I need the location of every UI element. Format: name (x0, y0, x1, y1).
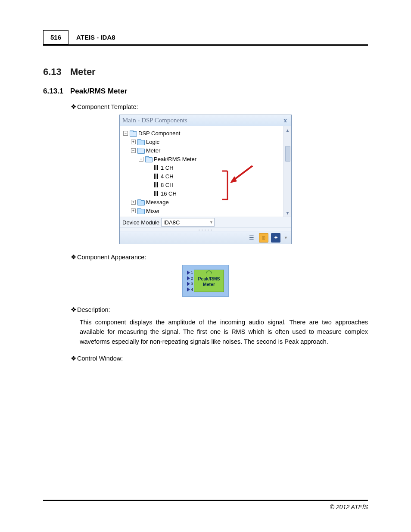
tree-leaf-16ch[interactable]: 16 CH (123, 189, 282, 198)
tree-item-message[interactable]: + Message (123, 198, 282, 206)
device-module-combo[interactable]: IDA8C ▼ (161, 218, 215, 227)
page-footer: © 2012 ATEÏS (43, 500, 368, 510)
folder-icon (137, 148, 144, 153)
description-paragraph: This component displays the amplitude of… (80, 317, 368, 346)
label-component-template: ❖Component Template: (70, 103, 368, 110)
expander-icon[interactable]: + (131, 200, 136, 205)
device-module-value: IDA8C (163, 219, 180, 226)
meter-icon (153, 191, 159, 196)
tree-leaf-1ch[interactable]: 1 CH (123, 163, 282, 172)
section-title: Meter (70, 66, 96, 77)
folder-icon (137, 139, 144, 145)
device-module-row: Device Module IDA8C ▼ (120, 217, 291, 227)
bullet-icon: ❖ (70, 306, 76, 313)
subsection-number: 6.13.1 (43, 87, 70, 96)
folder-icon (130, 131, 137, 136)
scrollbar[interactable]: ▲ ▼ (283, 126, 291, 217)
expander-icon[interactable]: + (131, 140, 136, 144)
folder-icon (137, 199, 144, 205)
label-control-window: ❖Control Window: (70, 355, 368, 362)
port-1: 1 (187, 270, 193, 275)
panel-titlebar: Main - DSP Components x (120, 115, 291, 126)
toolbar-button-settings-icon[interactable]: ✦ (271, 233, 280, 243)
component-tree: − DSP Component + Logic − Meter (120, 126, 283, 217)
tree-item-meter[interactable]: − Meter (123, 146, 282, 155)
toolbar-button-list-icon[interactable]: ☰ (247, 233, 256, 243)
expander-icon[interactable]: − (139, 157, 143, 162)
folder-icon (145, 156, 152, 162)
close-icon[interactable]: x (282, 117, 289, 124)
section-number: 6.13 (43, 66, 70, 78)
doc-title: ATEIS - IDA8 (68, 30, 123, 44)
expander-icon[interactable]: + (131, 208, 136, 213)
label-description: ❖Description: (70, 306, 368, 313)
folder-icon (137, 208, 144, 214)
subsection-heading: 6.13.1Peak/RMS Meter (43, 87, 368, 96)
port-triangle-icon (187, 282, 190, 286)
resize-grip[interactable]: • • • • • (120, 227, 291, 231)
dsp-components-panel: Main - DSP Components x − DSP Component … (119, 115, 292, 244)
panel-title: Main - DSP Components (122, 117, 187, 124)
scroll-up-icon[interactable]: ▲ (285, 127, 291, 133)
chevron-down-icon: ▼ (209, 220, 213, 224)
panel-toolbar: ☰ ⎅ ✦ ▼ (120, 231, 291, 244)
port-triangle-icon (187, 287, 190, 292)
label-component-appearance: ❖Component Appearance: (70, 254, 368, 261)
input-ports: 1 2 3 4 (187, 270, 194, 292)
port-triangle-icon (187, 276, 190, 280)
bullet-icon: ❖ (70, 254, 76, 261)
port-2: 2 (187, 275, 193, 281)
tree-item-peakrms[interactable]: − Peak/RMS Meter (123, 155, 282, 163)
page-number: 516 (43, 30, 68, 44)
tree-root[interactable]: − DSP Component (123, 129, 282, 137)
port-triangle-icon (187, 271, 190, 275)
section-heading: 6.13Meter (43, 66, 368, 78)
meter-icon (153, 182, 159, 187)
toolbar-button-align-icon[interactable]: ⎅ (259, 233, 268, 243)
tree-leaf-4ch[interactable]: 4 CH (123, 172, 282, 180)
bullet-icon: ❖ (70, 355, 76, 362)
page-header: 516 ATEIS - IDA8 (43, 30, 368, 46)
expander-icon[interactable]: − (131, 148, 136, 153)
expander-icon[interactable]: − (123, 131, 128, 136)
tree-item-logic[interactable]: + Logic (123, 137, 282, 146)
component-appearance-block: 1 2 3 4 Peak/RMS Meter (182, 265, 229, 297)
loop-icon (206, 271, 212, 274)
meter-icon (153, 174, 159, 179)
subsection-title: Peak/RMS Meter (70, 87, 127, 95)
meter-icon (153, 165, 159, 170)
tree-leaf-8ch[interactable]: 8 CH (123, 180, 282, 189)
toolbar-dropdown-icon[interactable]: ▼ (283, 236, 289, 240)
device-module-label: Device Module (120, 218, 161, 227)
scroll-thumb[interactable] (285, 146, 290, 162)
port-4: 4 (187, 286, 193, 292)
component-box: Peak/RMS Meter (194, 270, 224, 292)
bullet-icon: ❖ (70, 103, 76, 110)
port-3: 3 (187, 281, 193, 286)
scroll-down-icon[interactable]: ▼ (285, 210, 291, 216)
tree-item-mixer[interactable]: + Mixer (123, 206, 282, 215)
